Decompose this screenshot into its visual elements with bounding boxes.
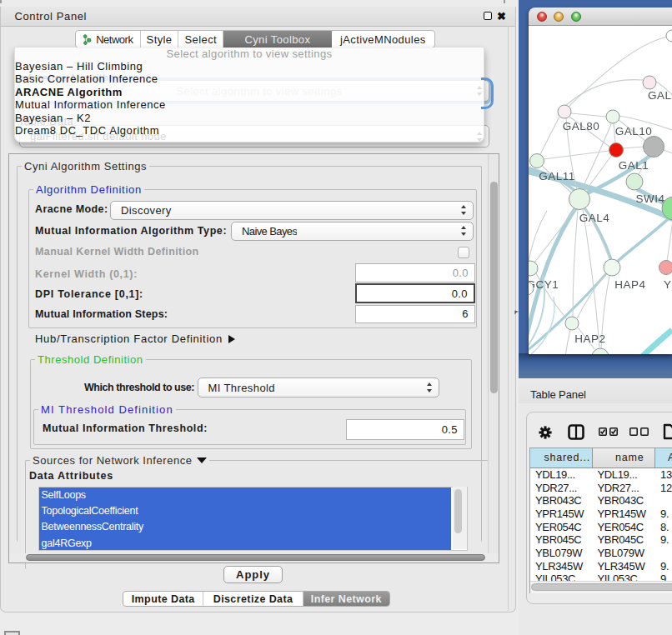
column-header-shared-name[interactable]: shared... [530, 448, 593, 468]
table-cell: YBR045C [593, 533, 656, 547]
graph-edge[interactable] [640, 330, 672, 354]
tab-impute-data[interactable]: Impute Data [123, 592, 203, 606]
sources-title[interactable]: Sources for Network Inference [30, 454, 209, 467]
mi-algorithm-type-combobox[interactable]: Naive Bayes [231, 222, 474, 242]
gear-icon[interactable] [539, 426, 552, 439]
tab-network[interactable]: Network [76, 31, 141, 48]
panel-horizontal-scrollbar[interactable] [9, 553, 499, 562]
which-threshold-label: Which threshold to use: [84, 382, 194, 393]
table-row[interactable]: YLR345WYLR345W9. [530, 559, 672, 572]
scrollbar-thumb[interactable] [531, 583, 672, 591]
graph-edge[interactable] [565, 330, 570, 354]
aracne-mode-combobox[interactable]: Discovery [110, 201, 474, 220]
network-window-titlebar[interactable] [529, 8, 672, 26]
panel-vertical-scrollbar[interactable] [488, 154, 499, 553]
tab-network-label: Network [96, 33, 133, 46]
graph-node-GAL10[interactable] [606, 110, 619, 123]
table-row[interactable]: YDL19...YDL19...13 [530, 468, 672, 482]
hub-definition-toggle[interactable]: Hub/Transcription Factor Definition [35, 332, 235, 345]
graph-node-SWI4[interactable] [626, 173, 643, 190]
table-row[interactable]: YPR145WYPR145W9. [530, 508, 672, 521]
close-icon[interactable]: ✖ [497, 10, 506, 22]
graph-node-HAP4[interactable] [604, 259, 620, 276]
graph-edge[interactable] [540, 117, 559, 154]
graph-node-top-right[interactable] [666, 30, 672, 42]
popup-item[interactable]: ARACNE Algorithm [15, 86, 484, 98]
graph-edge[interactable] [615, 212, 672, 263]
tab-discretize-data[interactable]: Discretize Data [203, 592, 303, 606]
tab-cyni-toolbox[interactable]: Cyni Toolbox [223, 31, 331, 48]
tab-select[interactable]: Select [178, 31, 223, 48]
table-row[interactable]: YDR27...YDR27...12 [530, 481, 672, 494]
graph-node-label: Y [664, 278, 672, 291]
tab-style[interactable]: Style [141, 31, 179, 48]
table-cell: YBR045C [530, 533, 593, 547]
column-header-third[interactable]: A [655, 448, 672, 468]
which-threshold-combobox[interactable]: MI Threshold [198, 378, 439, 398]
control-panel-titlebar[interactable]: Control Panel ✖ [1, 7, 515, 27]
list-vertical-scrollbar[interactable] [453, 487, 467, 549]
checked-boxes-icon[interactable] [599, 428, 619, 436]
popup-item[interactable]: Bayesian – K2 [15, 112, 484, 124]
bottom-left-corner-icon[interactable] [4, 631, 20, 635]
attribute-list-item[interactable]: TopologicalCoefficient [39, 503, 451, 519]
unchecked-boxes-icon[interactable] [629, 428, 649, 436]
graph-node-GAL80[interactable] [558, 105, 571, 118]
graph-node-HAP2[interactable] [565, 317, 579, 330]
scrollbar-thumb[interactable] [26, 554, 485, 561]
graph-edge[interactable] [664, 150, 672, 155]
close-traffic-light-icon[interactable] [537, 12, 547, 22]
scrollbar-thumb[interactable] [490, 182, 498, 393]
popup-item[interactable]: Mutual Information Inference [15, 98, 484, 111]
graph-edge[interactable] [571, 113, 606, 117]
graph-edge[interactable] [667, 219, 672, 261]
zoom-traffic-light-icon[interactable] [571, 12, 581, 22]
scrollbar-thumb[interactable] [454, 489, 463, 533]
kernel-width-field[interactable]: 0.0 [355, 263, 476, 283]
graph-node-GAL4[interactable] [569, 189, 590, 210]
graph-edge[interactable] [534, 208, 575, 262]
float-window-icon[interactable] [484, 12, 492, 20]
graph-edge[interactable] [565, 80, 643, 106]
attribute-list-item[interactable]: gal4RGexp [39, 536, 451, 551]
document-icon[interactable] [663, 423, 672, 440]
data-attributes-list[interactable]: SelfLoopsTopologicalCoefficientBetweenne… [38, 487, 468, 551]
popup-item[interactable]: Bayesian – Hill Climbing [15, 60, 484, 72]
table-horizontal-scrollbar[interactable] [530, 581, 672, 593]
network-icon [83, 34, 93, 45]
graph-node-GAL11[interactable] [530, 154, 544, 168]
mi-steps-field[interactable]: 6 [355, 305, 476, 323]
graph-node-GAL2[interactable] [643, 76, 656, 89]
node-attribute-table[interactable]: shared... name A YDL19...YDL19...13YDR27… [529, 448, 672, 593]
popup-item[interactable]: Basic Correlation Inference [15, 72, 484, 85]
attribute-list-item[interactable]: BetweennessCentrality [39, 519, 451, 535]
column-header-name[interactable]: name [593, 448, 656, 468]
popup-item[interactable]: Dream8 DC_TDC Algorithm [15, 124, 484, 137]
table-row[interactable]: YBR045CYBR045C9. [530, 533, 672, 547]
control-panel-window: Control Panel ✖ Inference Algorithm Sele… [0, 7, 516, 612]
graph-node-bottom[interactable] [592, 348, 609, 354]
split-divider-arrow-icon[interactable] [514, 309, 520, 316]
table-row[interactable]: YBR043CYBR043C [530, 494, 672, 508]
tab-infer-network[interactable]: Infer Network [303, 592, 389, 606]
graph-edge[interactable] [582, 124, 611, 189]
cyni-algorithm-settings-title: Cyni Algorithm Settings [22, 160, 149, 172]
dpi-tolerance-field[interactable]: 0.0 [355, 283, 476, 303]
network-canvas[interactable]: GAL2GAL80GAL10GAL1GAL11SWI4GAL4GCY1HAP4Y… [529, 26, 672, 354]
graph-edge[interactable] [623, 147, 644, 148]
graph-node-gray[interactable] [644, 137, 664, 158]
combo-arrows-icon [461, 226, 467, 236]
table-row[interactable]: YBL079WYBL079W [530, 547, 672, 560]
mi-threshold-field[interactable]: 0.5 [346, 419, 464, 440]
graph-edge[interactable] [529, 211, 547, 261]
apply-button[interactable]: Apply [223, 566, 283, 583]
tab-jactivemnodules[interactable]: jActiveMNodules [332, 31, 434, 48]
minimize-traffic-light-icon[interactable] [554, 12, 564, 22]
split-columns-icon[interactable] [568, 424, 584, 440]
graph-node-Y-pink[interactable] [659, 261, 672, 275]
table-row[interactable]: YER054CYER054C8. [530, 520, 672, 533]
graph-edge[interactable] [573, 209, 578, 317]
manual-kernel-checkbox[interactable] [458, 247, 469, 258]
attribute-list-item[interactable]: SelfLoops [39, 488, 451, 503]
graph-node-GAL1[interactable] [609, 143, 624, 158]
